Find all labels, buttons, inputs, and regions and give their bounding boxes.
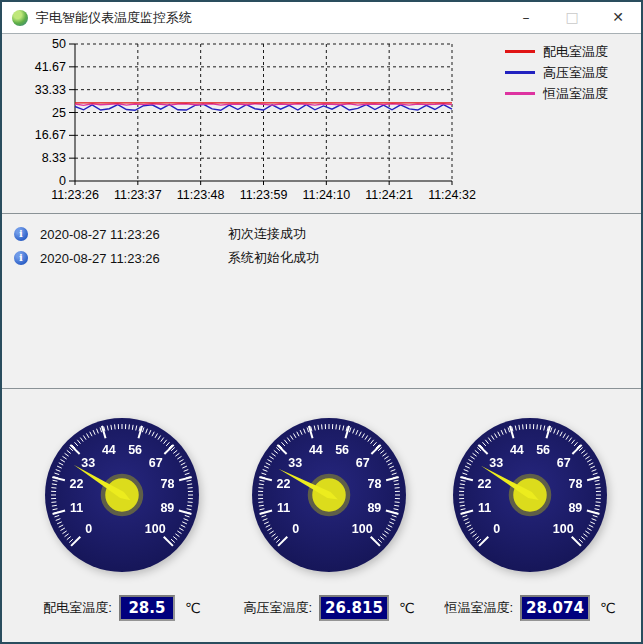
log-row[interactable]: i2020-08-27 11:23:26系统初始化成功 [2, 246, 641, 270]
app-window: 宇电智能仪表温度监控系统 – □ ✕ 5041.6733.332516.678.… [0, 0, 643, 644]
gauge-tick-label: 67 [356, 456, 370, 470]
close-button[interactable]: ✕ [595, 2, 641, 33]
legend-swatch [505, 50, 535, 53]
x-tick-label: 11:24:32 [428, 188, 476, 202]
gauge-panel: 01122334456677889100配电室温度:28.5℃011223344… [2, 389, 641, 644]
y-tick-label: 50 [52, 37, 66, 51]
y-tick-label: 33.33 [35, 83, 66, 97]
x-tick-label: 11:23:59 [240, 188, 288, 202]
gauge-tick-label: 33 [489, 456, 503, 470]
legend-item: 配电室温度 [505, 41, 608, 62]
gauge-value-label: 配电室温度: [43, 599, 112, 617]
trend-chart-panel: 5041.6733.332516.678.33011:23:2611:23:37… [2, 34, 641, 214]
legend-item: 高压室温度 [505, 62, 608, 83]
info-icon: i [14, 227, 28, 241]
gauge-tick-label: 0 [493, 522, 500, 536]
gauge-value-label: 恒温室温度: [444, 599, 513, 617]
gauge-tick-label: 67 [557, 456, 571, 470]
gauge: 01122334456677889100 [445, 410, 615, 580]
gauge-tick-label: 100 [145, 522, 166, 536]
gauge-tick-label: 89 [568, 501, 582, 515]
legend-label: 恒温室温度 [543, 85, 608, 103]
gauge-tick-label: 33 [288, 456, 302, 470]
legend-label: 高压室温度 [543, 64, 608, 82]
gauge-tick-label: 22 [277, 477, 291, 491]
gauge: 01122334456677889100 [244, 410, 414, 580]
gauge-tick-label: 78 [161, 477, 175, 491]
gauge-value-row: 配电室温度:28.5℃ [12, 595, 232, 621]
y-tick-label: 41.67 [35, 60, 66, 74]
chart-legend: 配电室温度高压室温度恒温室温度 [505, 41, 608, 104]
gauge-tick-label: 89 [367, 501, 381, 515]
window-title: 宇电智能仪表温度监控系统 [36, 9, 503, 27]
legend-swatch [505, 71, 535, 74]
event-log: i2020-08-27 11:23:26初次连接成功i2020-08-27 11… [2, 214, 641, 389]
gauge-value-row: 高压室温度:26.815℃ [219, 595, 439, 621]
gauge-tick-label: 44 [510, 443, 524, 457]
gauge-tick-label: 11 [277, 501, 290, 515]
gauge-tick-label: 100 [352, 522, 373, 536]
legend-swatch [505, 92, 535, 95]
x-tick-label: 11:23:37 [114, 188, 162, 202]
legend-item: 恒温室温度 [505, 83, 608, 104]
gauge-tick-label: 56 [128, 443, 142, 457]
log-message: 初次连接成功 [228, 225, 306, 243]
gauge-tick-label: 44 [102, 443, 116, 457]
gauge-tick-label: 22 [70, 477, 84, 491]
gauge-tick-label: 22 [478, 477, 492, 491]
minimize-button[interactable]: – [503, 2, 549, 33]
gauge-tick-label: 78 [368, 477, 382, 491]
gauge-tick-label: 11 [70, 501, 83, 515]
maximize-button[interactable]: □ [549, 2, 595, 33]
gauge-tick-label: 0 [292, 522, 299, 536]
gauge-value-label: 高压室温度: [243, 599, 312, 617]
legend-label: 配电室温度 [543, 43, 608, 61]
gauge-tick-label: 78 [569, 477, 583, 491]
gauge-value-box[interactable]: 28.074 [520, 595, 590, 621]
x-tick-label: 11:23:26 [51, 188, 99, 202]
y-tick-label: 0 [59, 174, 66, 188]
gauge-tick-label: 89 [160, 501, 174, 515]
gauge-tick-label: 56 [536, 443, 550, 457]
x-tick-label: 11:24:21 [365, 188, 413, 202]
gauge-value-box[interactable]: 28.5 [119, 595, 175, 621]
info-icon: i [14, 251, 28, 265]
gauge-tick-label: 33 [81, 456, 95, 470]
gauge-tick-label: 44 [309, 443, 323, 457]
log-message: 系统初始化成功 [228, 249, 319, 267]
gauge-tick-label: 56 [335, 443, 349, 457]
log-time: 2020-08-27 11:23:26 [40, 227, 200, 242]
x-tick-label: 11:24:10 [302, 188, 350, 202]
gauge: 01122334456677889100 [37, 410, 207, 580]
gauge-tick-label: 67 [149, 456, 163, 470]
gauge-unit: ℃ [600, 600, 616, 616]
y-tick-label: 25 [52, 106, 66, 120]
y-tick-label: 16.67 [35, 128, 66, 142]
app-icon [12, 10, 28, 26]
gauge-value-box[interactable]: 26.815 [319, 595, 389, 621]
gauge-tick-label: 11 [478, 501, 491, 515]
gauge-value-row: 恒温室温度:28.074℃ [420, 595, 640, 621]
titlebar: 宇电智能仪表温度监控系统 – □ ✕ [2, 2, 641, 34]
gauge-tick-label: 100 [553, 522, 574, 536]
y-tick-label: 8.33 [42, 151, 66, 165]
gauge-unit: ℃ [399, 600, 415, 616]
x-tick-label: 11:23:48 [177, 188, 225, 202]
gauge-unit: ℃ [185, 600, 201, 616]
window-controls: – □ ✕ [503, 2, 641, 33]
log-row[interactable]: i2020-08-27 11:23:26初次连接成功 [2, 222, 641, 246]
gauge-tick-label: 0 [85, 522, 92, 536]
log-time: 2020-08-27 11:23:26 [40, 251, 200, 266]
